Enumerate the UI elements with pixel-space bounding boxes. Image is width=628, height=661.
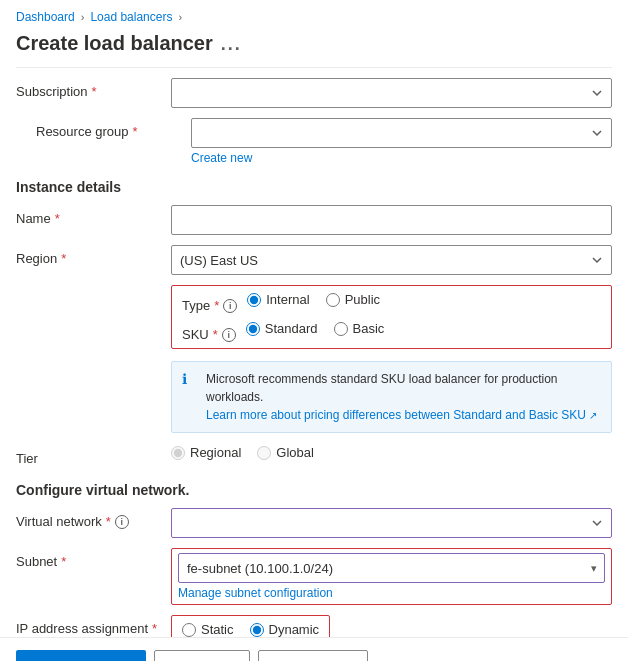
subscription-select[interactable] [171, 78, 612, 108]
subnet-control: ▾ Manage subnet configuration [171, 548, 612, 605]
type-control: Internal Public [247, 292, 601, 307]
type-radio-group: Internal Public [247, 292, 601, 307]
tier-row: Tier Regional Global [16, 445, 612, 466]
tier-radio-group: Regional Global [171, 445, 612, 460]
ip-assignment-control: Static Dynamic [171, 615, 612, 637]
name-control [171, 205, 612, 235]
ip-assignment-radio-group: Static Dynamic [182, 622, 319, 637]
configure-vnet-title: Configure virtual network. [16, 482, 612, 498]
type-label: Type * i [182, 292, 247, 313]
subscription-control [171, 78, 612, 108]
tier-regional-option: Regional [171, 445, 241, 460]
review-create-button[interactable]: Review + create [16, 650, 146, 661]
subnet-label: Subnet * [16, 548, 171, 569]
ip-static-option[interactable]: Static [182, 622, 234, 637]
page-title: Create load balancer [16, 32, 213, 55]
sku-control: Standard Basic [246, 321, 601, 336]
tier-control: Regional Global [171, 445, 612, 460]
type-internal-option[interactable]: Internal [247, 292, 309, 307]
resource-group-select[interactable] [191, 118, 612, 148]
footer: Review + create < Previous Next : Tags >… [0, 637, 628, 661]
type-info-icon[interactable]: i [223, 299, 237, 313]
tier-global-option: Global [257, 445, 314, 460]
sku-info-icon[interactable]: i [222, 328, 236, 342]
subnet-outlined-box: ▾ Manage subnet configuration [171, 548, 612, 605]
external-link-icon: ↗ [589, 410, 597, 421]
subscription-row: Subscription * [16, 78, 612, 108]
sku-radio-group: Standard Basic [246, 321, 601, 336]
virtual-network-row: Virtual network * i [16, 508, 612, 538]
ellipsis-menu-button[interactable]: ... [221, 34, 242, 55]
subnet-row: Subnet * ▾ Manage subnet configuration [16, 548, 612, 605]
sku-basic-option[interactable]: Basic [334, 321, 385, 336]
ip-assignment-label: IP address assignment * [16, 615, 171, 636]
ip-assignment-row: IP address assignment * Static Dynamic [16, 615, 612, 637]
sku-label: SKU * i [182, 321, 246, 342]
create-new-link[interactable]: Create new [191, 151, 612, 165]
breadcrumb: Dashboard › Load balancers › [0, 0, 628, 28]
subnet-input[interactable] [178, 553, 605, 583]
type-sku-section: Type * i Internal Public [16, 285, 612, 349]
region-control: (US) East US [171, 245, 612, 275]
manage-subnet-link[interactable]: Manage subnet configuration [178, 586, 605, 600]
virtual-network-select[interactable] [171, 508, 612, 538]
ip-assignment-outlined-box: Static Dynamic [171, 615, 330, 637]
virtual-network-label: Virtual network * i [16, 508, 171, 529]
name-row: Name * [16, 205, 612, 235]
type-row: Type * i Internal Public [182, 292, 601, 313]
resource-group-label: Resource group * [36, 118, 191, 139]
region-label: Region * [16, 245, 171, 266]
virtual-network-info-icon[interactable]: i [115, 515, 129, 529]
instance-details-title: Instance details [16, 179, 612, 195]
type-sku-box: Type * i Internal Public [171, 285, 612, 349]
next-button[interactable]: Next : Tags > [258, 650, 368, 661]
name-label: Name * [16, 205, 171, 226]
region-row: Region * (US) East US [16, 245, 612, 275]
info-banner-icon: ℹ [182, 371, 198, 424]
sku-row: SKU * i Standard Basic [182, 321, 601, 342]
sku-standard-option[interactable]: Standard [246, 321, 318, 336]
previous-button[interactable]: < Previous [154, 650, 250, 661]
subscription-label: Subscription * [16, 78, 171, 99]
breadcrumb-load-balancers[interactable]: Load balancers [90, 10, 172, 24]
name-input[interactable] [171, 205, 612, 235]
breadcrumb-dashboard[interactable]: Dashboard [16, 10, 75, 24]
top-divider [16, 67, 612, 68]
resource-group-control: Create new [191, 118, 612, 165]
resource-group-row: Resource group * Create new [16, 118, 612, 165]
region-select[interactable]: (US) East US [171, 245, 612, 275]
type-public-option[interactable]: Public [326, 292, 380, 307]
info-banner-row: ℹ Microsoft recommends standard SKU load… [16, 357, 612, 437]
info-banner-text: Microsoft recommends standard SKU load b… [206, 370, 601, 424]
ip-dynamic-option[interactable]: Dynamic [250, 622, 320, 637]
info-banner: ℹ Microsoft recommends standard SKU load… [171, 361, 612, 433]
form-area: Subscription * Resource group * Create n… [0, 67, 628, 637]
info-banner-link[interactable]: Learn more about pricing differences bet… [206, 408, 597, 422]
virtual-network-control [171, 508, 612, 538]
tier-label: Tier [16, 445, 171, 466]
page-title-row: Create load balancer ... [0, 28, 628, 67]
